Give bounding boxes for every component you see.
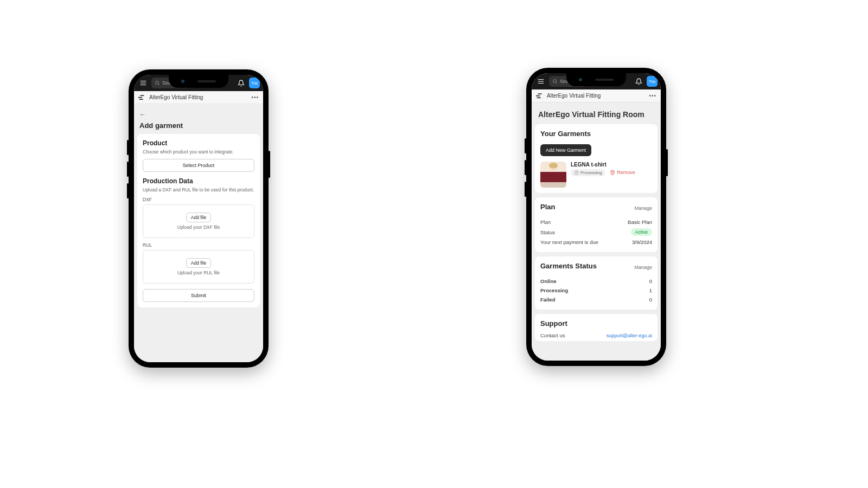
svg-line-4 [158,84,159,85]
contact-label: Contact us [540,332,565,338]
page-title: AlterEgo Virtual Fitting Room [535,106,658,124]
bell-icon[interactable] [633,75,644,87]
plan-row-status: Status Active [540,227,652,237]
plan-label: Plan [540,219,551,225]
back-button[interactable]: ← [139,110,258,121]
online-value: 0 [649,278,652,284]
garment-meta: LEGNA t-shirt Processing Remove [571,162,652,176]
avatar-text: The [649,80,655,84]
status-value: Active [631,228,652,236]
add-garment-button[interactable]: Add New Garment [540,144,591,156]
notch [566,73,626,86]
content-left: ← Add garment Product Choose which produ… [134,104,263,362]
svg-rect-13 [536,95,540,96]
plan-manage-link[interactable]: Manage [634,206,652,211]
failed-label: Failed [540,297,555,303]
phone-frame-right: Search The AlterEgo Virtual Fitting ••• … [526,68,666,366]
app-header: AlterEgo Virtual Fitting ••• [532,89,661,102]
content-right: AlterEgo Virtual Fitting Room Your Garme… [532,102,661,361]
menu-icon[interactable] [535,75,547,87]
dxf-label: DXF [143,197,254,202]
status-row-proc: Processing 1 [540,286,652,295]
page-header: ← Add garment [137,107,260,134]
proc-label: Processing [540,287,568,293]
avatar[interactable]: The [249,78,260,88]
form-card: Product Choose which product you want to… [137,134,260,307]
rul-label: RUL [143,242,254,248]
failed-value: 0 [649,297,652,303]
status-label: Status [540,229,555,235]
support-card: Support Contact us support@alter-ego.ai [535,314,658,341]
dxf-hint: Upload your DXF file [146,224,251,230]
svg-point-11 [553,80,557,83]
next-value: 3/9/2024 [632,239,652,245]
avatar-text: The [251,81,258,85]
phone-frame-left: Search The AlterEgo Virtual Fitting ••• … [129,69,269,368]
app-logo-icon [536,93,544,99]
search-icon [552,79,558,84]
screen-left: Search The AlterEgo Virtual Fitting ••• … [134,75,263,362]
screen-right: Search The AlterEgo Virtual Fitting ••• … [532,73,661,361]
svg-rect-14 [538,93,542,94]
product-heading: Product [143,139,254,147]
status-manage-link[interactable]: Manage [634,265,652,270]
support-row: Contact us support@alter-ego.ai [540,331,652,340]
notch [169,75,228,88]
trash-icon [610,170,615,175]
dxf-addfile-button[interactable]: Add file [186,213,211,222]
svg-rect-5 [138,97,142,98]
svg-rect-6 [141,95,144,96]
search-icon [155,80,160,86]
clock-icon [574,170,579,175]
plan-card: Plan Manage Plan Basic Plan Status Activ… [535,197,658,252]
page-title: Add garment [139,121,258,130]
select-product-button[interactable]: Select Product [143,159,254,172]
status-card: Garments Status Manage Online 0 Processi… [535,256,658,310]
status-heading: Garments Status [540,262,597,270]
remove-button[interactable]: Remove [610,170,635,175]
rul-addfile-button[interactable]: Add file [186,258,211,268]
submit-button[interactable]: Submit [143,289,254,302]
production-heading: Production Data [143,177,254,185]
svg-rect-7 [139,99,143,100]
support-email-link[interactable]: support@alter-ego.ai [607,333,652,338]
status-badge: Processing [571,169,605,176]
plan-value: Basic Plan [628,219,652,225]
menu-icon[interactable] [137,77,149,89]
status-row-online: Online 0 [540,277,652,286]
online-label: Online [540,278,557,284]
garment-thumbnail[interactable] [540,162,566,188]
svg-line-12 [556,82,557,84]
rul-hint: Upload your RUL file [146,270,251,275]
proc-value: 1 [649,287,652,293]
app-title: AlterEgo Virtual Fitting [547,93,601,99]
more-icon[interactable]: ••• [649,93,656,99]
support-heading: Support [540,319,652,328]
svg-rect-15 [537,97,541,98]
garments-card: Your Garments Add New Garment LEGNA t-sh… [535,124,658,193]
avatar[interactable]: The [647,76,658,87]
app-logo-icon [138,95,146,100]
next-label: Your next payment is due [540,239,598,245]
app-title: AlterEgo Virtual Fitting [149,94,203,100]
app-header: AlterEgo Virtual Fitting ••• [134,91,263,104]
product-sub: Choose which product you want to integra… [143,149,254,155]
remove-label: Remove [617,170,635,175]
rul-dropzone[interactable]: Add file Upload your RUL file [143,250,254,284]
more-icon[interactable]: ••• [251,94,259,100]
garment-row: LEGNA t-shirt Processing Remove [540,162,652,188]
status-row-failed: Failed 0 [540,295,652,304]
status-text: Processing [580,170,602,175]
garment-name: LEGNA t-shirt [571,162,652,168]
bell-icon[interactable] [235,77,247,89]
plan-row-next: Your next payment is due 3/9/2024 [540,237,652,247]
plan-row-plan: Plan Basic Plan [540,217,652,227]
garments-heading: Your Garments [540,130,652,138]
svg-point-3 [156,81,159,85]
dxf-dropzone[interactable]: Add file Upload your DXF file [143,204,254,238]
production-sub: Upload a DXF and RUL file to be used for… [143,187,254,192]
plan-heading: Plan [540,203,555,211]
